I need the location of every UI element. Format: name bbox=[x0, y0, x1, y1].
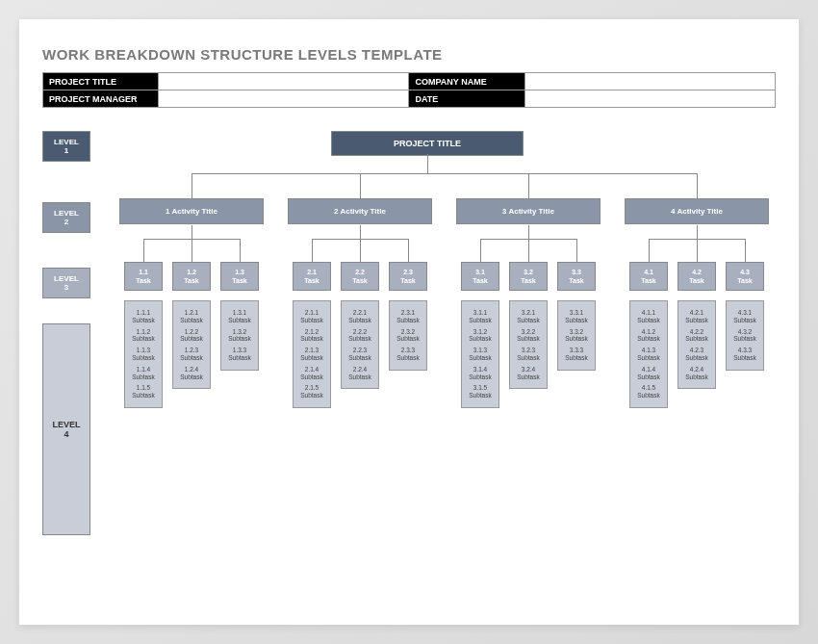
subtask-item: 3.1.4Subtask bbox=[463, 366, 498, 381]
document-page: WORK BREAKDOWN STRUCTURE LEVELS TEMPLATE… bbox=[19, 19, 799, 625]
value-company-name[interactable] bbox=[524, 73, 775, 90]
label-project-title: PROJECT TITLE bbox=[43, 73, 159, 90]
value-date[interactable] bbox=[524, 90, 775, 108]
connector bbox=[745, 239, 746, 262]
subtask-item: 2.3.3Subtask bbox=[391, 347, 425, 362]
task-box: 2.1Task bbox=[293, 262, 331, 291]
connector bbox=[312, 239, 313, 262]
subtask-item: 3.3.2Subtask bbox=[559, 328, 594, 344]
info-table: PROJECT TITLE COMPANY NAME PROJECT MANAG… bbox=[42, 72, 776, 108]
subtask-item: 3.2.1Subtask bbox=[511, 309, 546, 324]
subtask-item: 1.3.3Subtask bbox=[222, 347, 257, 362]
task-box: 4.3Task bbox=[726, 262, 764, 291]
subtask-item: 1.1.1Subtask bbox=[126, 309, 161, 324]
connector bbox=[360, 225, 361, 239]
subtask-column: 3.3.1Subtask3.3.2Subtask3.3.3Subtask bbox=[557, 300, 596, 371]
subtask-item: 1.1.5Subtask bbox=[126, 384, 161, 399]
level-4-label: LEVEL 4 bbox=[42, 323, 90, 535]
connector bbox=[697, 239, 698, 262]
connector bbox=[408, 239, 409, 262]
connector bbox=[576, 239, 577, 262]
subtask-item: 1.3.2Subtask bbox=[222, 328, 257, 344]
subtask-item: 4.1.4Subtask bbox=[631, 366, 666, 381]
label-company-name: COMPANY NAME bbox=[409, 73, 524, 90]
subtask-item: 4.1.1Subtask bbox=[631, 309, 666, 324]
activity-box: 2 Activity Title bbox=[288, 198, 432, 224]
subtask-item: 3.2.3Subtask bbox=[511, 347, 546, 362]
level-3-label: LEVEL 3 bbox=[42, 268, 90, 298]
subtask-item: 1.1.4Subtask bbox=[126, 366, 161, 381]
subtask-item: 1.2.3Subtask bbox=[174, 347, 209, 362]
connector bbox=[192, 173, 697, 174]
subtask-item: 4.2.2Subtask bbox=[679, 328, 714, 344]
subtask-item: 1.1.2Subtask bbox=[126, 328, 161, 344]
connector bbox=[192, 225, 192, 239]
subtask-item: 1.1.3Subtask bbox=[126, 347, 161, 362]
subtask-item: 2.1.1Subtask bbox=[294, 309, 329, 324]
subtask-column: 4.2.1Subtask4.2.2Subtask4.2.3Subtask4.2.… bbox=[677, 300, 716, 389]
subtask-item: 1.2.1Subtask bbox=[174, 309, 209, 324]
subtask-item: 3.1.2Subtask bbox=[463, 328, 498, 344]
connector bbox=[192, 173, 192, 198]
connector bbox=[240, 239, 241, 262]
connector bbox=[528, 225, 529, 239]
connector bbox=[427, 154, 428, 173]
task-box: 1.1Task bbox=[124, 262, 163, 291]
level-1-label: LEVEL 1 bbox=[42, 131, 90, 162]
subtask-item: 4.3.2Subtask bbox=[728, 328, 762, 344]
connector bbox=[528, 173, 529, 198]
task-box: 1.3Task bbox=[220, 262, 259, 291]
subtask-item: 1.3.1Subtask bbox=[222, 309, 257, 324]
subtask-column: 2.1.1Subtask2.1.2Subtask2.1.3Subtask2.1.… bbox=[293, 300, 331, 408]
page-title: WORK BREAKDOWN STRUCTURE LEVELS TEMPLATE bbox=[42, 46, 776, 63]
task-box: 4.1Task bbox=[629, 262, 668, 291]
subtask-item: 3.3.3Subtask bbox=[559, 347, 594, 362]
task-box: 4.2Task bbox=[677, 262, 716, 291]
activity-box: 1 Activity Title bbox=[119, 198, 264, 224]
subtask-column: 2.2.1Subtask2.2.2Subtask2.2.3Subtask2.2.… bbox=[341, 300, 379, 389]
activity-box: 3 Activity Title bbox=[456, 198, 601, 224]
subtask-item: 4.2.3Subtask bbox=[679, 347, 714, 362]
task-box: 3.1Task bbox=[461, 262, 499, 291]
subtask-item: 2.3.2Subtask bbox=[391, 328, 425, 344]
subtask-item: 1.2.2Subtask bbox=[174, 328, 209, 344]
subtask-item: 3.1.3Subtask bbox=[463, 347, 498, 362]
subtask-item: 2.1.3Subtask bbox=[294, 347, 329, 362]
connector bbox=[360, 173, 361, 198]
subtask-column: 2.3.1Subtask2.3.2Subtask2.3.3Subtask bbox=[389, 300, 427, 371]
subtask-item: 3.1.1Subtask bbox=[463, 309, 498, 324]
task-box: 1.2Task bbox=[172, 262, 211, 291]
connector bbox=[192, 239, 192, 262]
task-box: 3.2Task bbox=[509, 262, 548, 291]
subtask-item: 4.2.4Subtask bbox=[679, 366, 714, 381]
value-project-title[interactable] bbox=[159, 73, 409, 90]
activity-box: 4 Activity Title bbox=[625, 198, 769, 224]
subtask-item: 2.2.1Subtask bbox=[343, 309, 377, 324]
connector bbox=[528, 239, 529, 262]
subtask-column: 4.3.1Subtask4.3.2Subtask4.3.3Subtask bbox=[726, 300, 764, 371]
subtask-item: 2.3.1Subtask bbox=[391, 309, 425, 324]
subtask-item: 4.2.1Subtask bbox=[679, 309, 714, 324]
subtask-column: 3.1.1Subtask3.1.2Subtask3.1.3Subtask3.1.… bbox=[461, 300, 499, 408]
subtask-column: 3.2.1Subtask3.2.2Subtask3.2.3Subtask3.2.… bbox=[509, 300, 548, 389]
task-box: 3.3Task bbox=[557, 262, 596, 291]
subtask-item: 2.1.4Subtask bbox=[294, 366, 329, 381]
connector bbox=[697, 173, 698, 198]
task-box: 2.2Task bbox=[341, 262, 379, 291]
subtask-item: 2.1.5Subtask bbox=[294, 384, 329, 399]
task-box: 2.3Task bbox=[389, 262, 427, 291]
subtask-item: 2.2.4Subtask bbox=[343, 366, 377, 381]
subtask-item: 1.2.4Subtask bbox=[174, 366, 209, 381]
value-project-manager[interactable] bbox=[159, 90, 409, 108]
subtask-item: 4.1.2Subtask bbox=[631, 328, 666, 344]
connector bbox=[649, 239, 650, 262]
label-project-manager: PROJECT MANAGER bbox=[43, 90, 159, 108]
subtask-item: 4.1.3Subtask bbox=[631, 347, 666, 362]
subtask-item: 3.2.2Subtask bbox=[511, 328, 546, 344]
connector bbox=[143, 239, 144, 262]
level-2-label: LEVEL 2 bbox=[42, 202, 90, 233]
connector bbox=[480, 239, 481, 262]
subtask-item: 3.2.4Subtask bbox=[511, 366, 546, 381]
label-date: DATE bbox=[409, 90, 524, 108]
wbs-diagram: LEVEL 1 LEVEL 2 LEVEL 3 LEVEL 4 PROJECT … bbox=[42, 131, 776, 593]
